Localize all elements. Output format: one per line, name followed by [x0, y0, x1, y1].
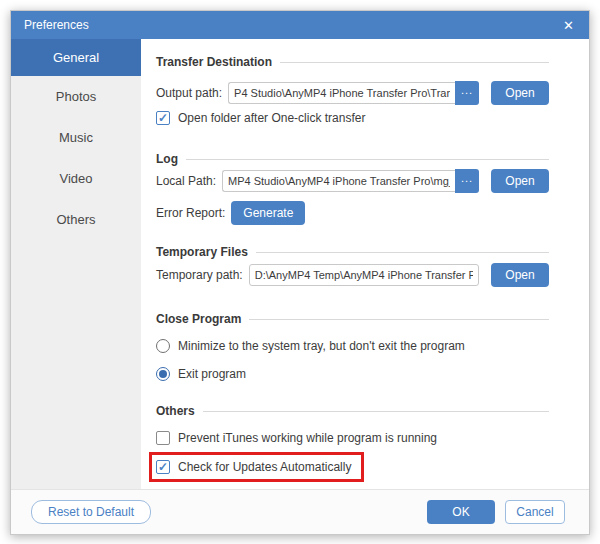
output-path-input[interactable]: [228, 82, 455, 104]
sidebar-item-video[interactable]: Video: [11, 158, 141, 199]
temporary-path-input[interactable]: [249, 264, 479, 286]
output-path-row: Output path: ... Open: [156, 81, 549, 105]
prevent-itunes-checkbox-label: Prevent iTunes working while program is …: [178, 431, 437, 445]
check-updates-checkbox-row[interactable]: ✓ Check for Updates Automatically: [156, 459, 351, 475]
heading-divider: [186, 159, 549, 160]
open-folder-checkbox-label: Open folder after One-click transfer: [178, 111, 365, 125]
section-heading-close-program: Close Program: [156, 312, 549, 326]
dialog-footer: Reset to Default OK Cancel: [11, 489, 589, 534]
check-updates-checkbox[interactable]: ✓: [156, 460, 170, 474]
heading-divider: [203, 411, 549, 412]
output-path-browse-button[interactable]: ...: [455, 81, 479, 105]
red-highlight-annotation: ✓ Check for Updates Automatically: [149, 452, 364, 482]
temporary-path-row: Temporary path: Open: [156, 263, 549, 287]
page: { "window": { "title": "Preferences" }, …: [0, 0, 600, 544]
error-report-row: Error Report: Generate: [156, 200, 549, 225]
error-report-label: Error Report:: [156, 206, 225, 220]
heading-divider: [256, 252, 549, 253]
sidebar: General Photos Music Video Others: [11, 39, 141, 489]
section-heading-transfer-destination: Transfer Destination: [156, 55, 549, 69]
dialog-body: General Photos Music Video Others Transf…: [11, 39, 589, 489]
section-heading-temporary-files: Temporary Files: [156, 245, 549, 259]
heading-divider: [249, 319, 549, 320]
titlebar: Preferences ✕: [11, 11, 589, 39]
sidebar-item-general[interactable]: General: [11, 39, 141, 76]
check-updates-row: ✓ Check for Updates Automatically: [156, 452, 549, 482]
local-path-open-button[interactable]: Open: [491, 169, 549, 193]
general-panel: Transfer Destination Output path: ... Op…: [141, 39, 589, 489]
open-folder-checkbox[interactable]: ✓: [156, 111, 170, 125]
open-folder-checkbox-row[interactable]: ✓ Open folder after One-click transfer: [156, 110, 549, 126]
sidebar-item-others[interactable]: Others: [11, 199, 141, 240]
minimize-radio-label: Minimize to the system tray, but don't e…: [178, 339, 465, 353]
reset-to-default-button[interactable]: Reset to Default: [31, 500, 151, 524]
exit-radio-label: Exit program: [178, 367, 246, 381]
local-path-browse-button[interactable]: ...: [455, 169, 479, 193]
section-heading-others: Others: [156, 404, 549, 418]
cancel-button[interactable]: Cancel: [505, 500, 565, 524]
output-path-label: Output path:: [156, 86, 222, 100]
section-title: Log: [156, 152, 178, 166]
check-icon: ✓: [158, 112, 168, 124]
check-icon: ✓: [158, 461, 168, 473]
minimize-option-row[interactable]: Minimize to the system tray, but don't e…: [156, 338, 549, 354]
exit-radio[interactable]: [156, 367, 170, 381]
close-icon[interactable]: ✕: [561, 17, 576, 34]
prevent-itunes-checkbox[interactable]: [156, 431, 170, 445]
heading-divider: [280, 62, 549, 63]
section-title: Close Program: [156, 312, 241, 326]
local-path-label: Local Path:: [156, 174, 216, 188]
sidebar-item-photos[interactable]: Photos: [11, 76, 141, 117]
prevent-itunes-checkbox-row[interactable]: Prevent iTunes working while program is …: [156, 430, 549, 446]
local-path-input[interactable]: [222, 170, 455, 192]
section-title: Others: [156, 404, 195, 418]
temporary-path-label: Temporary path:: [156, 268, 243, 282]
output-path-open-button[interactable]: Open: [491, 81, 549, 105]
window-title: Preferences: [24, 18, 89, 32]
minimize-radio[interactable]: [156, 339, 170, 353]
sidebar-item-music[interactable]: Music: [11, 117, 141, 158]
ok-button[interactable]: OK: [427, 500, 495, 524]
check-updates-checkbox-label: Check for Updates Automatically: [178, 460, 351, 474]
section-title: Transfer Destination: [156, 55, 272, 69]
section-title: Temporary Files: [156, 245, 248, 259]
preferences-dialog: Preferences ✕ General Photos Music Video…: [10, 10, 590, 535]
section-heading-log: Log: [156, 152, 549, 166]
generate-button[interactable]: Generate: [231, 201, 305, 225]
exit-option-row[interactable]: Exit program: [156, 366, 549, 382]
local-path-row: Local Path: ... Open: [156, 169, 549, 193]
temporary-path-open-button[interactable]: Open: [491, 263, 549, 287]
